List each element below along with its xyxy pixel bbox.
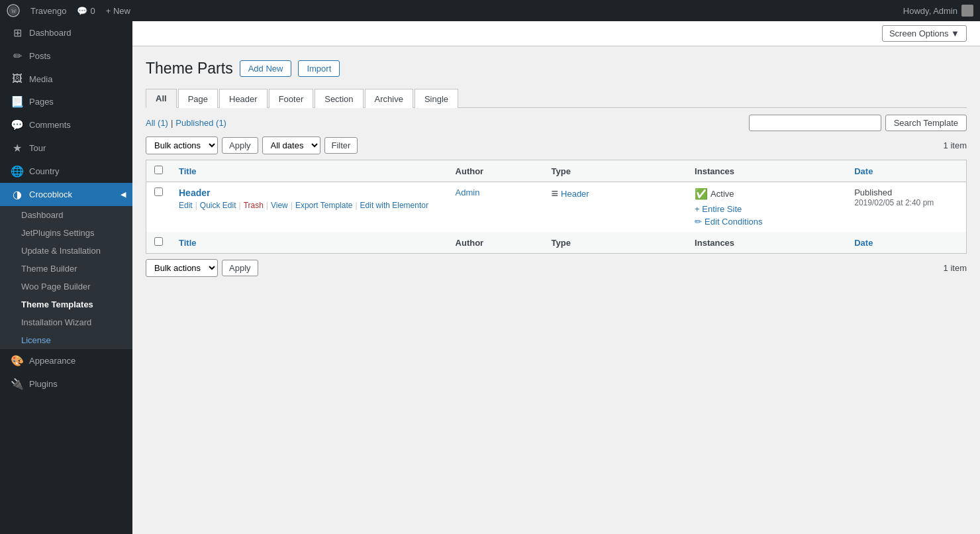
sidebar: ⊞ Dashboard ✏ Posts 🖼 Media 📃 Pages 💬 Co… [0, 21, 132, 534]
tab-header[interactable]: Header [219, 89, 268, 108]
tab-single[interactable]: Single [415, 89, 458, 108]
comment-icon: 💬 [77, 6, 87, 16]
col-cb-header [146, 160, 172, 182]
edit-with-elementor-link[interactable]: Edit with Elementor [360, 201, 428, 210]
item-count-bottom: 1 item [944, 263, 967, 273]
tab-footer[interactable]: Footer [269, 89, 314, 108]
filter-bar-left: All (1) | Published (1) [146, 118, 226, 128]
date-sort-link[interactable]: Date [854, 166, 873, 176]
tab-section[interactable]: Section [315, 89, 363, 108]
row-date-cell: Published 2019/02/05 at 2:40 pm [846, 182, 966, 233]
howdy-text[interactable]: Howdy, Admin [903, 5, 973, 17]
submenu-item-theme-templates[interactable]: Theme Templates [0, 295, 132, 313]
edit-link[interactable]: Edit [179, 201, 193, 210]
row-type-cell: ≡ Header [544, 182, 687, 233]
status-label: Active [710, 189, 734, 199]
tab-all[interactable]: All [146, 89, 177, 108]
date-status: Published [854, 187, 892, 197]
template-title-link[interactable]: Header [179, 187, 440, 198]
title-sort-link-footer[interactable]: Title [179, 238, 197, 248]
filter-button[interactable]: Filter [324, 137, 358, 154]
status-badge: ✅ Active [695, 187, 734, 200]
select-all-checkbox-bottom[interactable] [154, 237, 163, 246]
sidebar-item-crocoblock[interactable]: ◑ Crocoblock ◀ [0, 183, 132, 206]
sidebar-item-label: Country [29, 166, 60, 176]
sidebar-item-appearance[interactable]: 🎨 Appearance [0, 349, 132, 372]
sidebar-item-posts[interactable]: ✏ Posts [0, 44, 132, 68]
elementor-icon: ≡ [552, 187, 559, 199]
submenu-item-theme-builder[interactable]: Theme Builder [0, 260, 132, 278]
submenu-item-installation-wizard[interactable]: Installation Wizard [0, 313, 132, 331]
entire-site-link[interactable]: + Entire Site [695, 204, 838, 214]
new-link[interactable]: + New [106, 6, 130, 16]
col-date-header: Date [846, 160, 966, 182]
submenu-item-license[interactable]: License [0, 331, 132, 349]
filter-bar: All (1) | Published (1) Search Template [146, 115, 967, 131]
sidebar-item-plugins[interactable]: 🔌 Plugins [0, 372, 132, 396]
row-actions: Edit | Quick Edit | Trash | View | Expor… [179, 201, 440, 210]
tab-page[interactable]: Page [178, 89, 218, 108]
all-filter-link[interactable]: All (1) [146, 118, 168, 128]
export-template-link[interactable]: Export Template [295, 201, 353, 210]
search-template-button[interactable]: Search Template [885, 115, 967, 131]
sidebar-item-tour[interactable]: ★ Tour [0, 136, 132, 160]
avatar [961, 5, 973, 17]
sidebar-item-comments[interactable]: 💬 Comments [0, 113, 132, 136]
item-count-top: 1 item [944, 140, 967, 150]
templates-table: Title Author Type Instances Date [146, 160, 967, 254]
add-new-button[interactable]: Add New [240, 60, 292, 77]
type-tabs: All Page Header Footer Section Archive S… [146, 88, 967, 108]
sidebar-item-label: Pages [29, 97, 54, 107]
sidebar-item-media[interactable]: 🖼 Media [0, 68, 132, 90]
import-button[interactable]: Import [298, 60, 340, 77]
sidebar-item-label: Dashboard [29, 28, 72, 38]
plugins-icon: 🔌 [11, 378, 24, 390]
title-sort-link[interactable]: Title [179, 166, 197, 176]
comments-link[interactable]: 💬 0 [77, 6, 95, 16]
date-sort-link-footer[interactable]: Date [854, 238, 873, 248]
row-checkbox-cell [146, 182, 172, 233]
edit-conditions-link[interactable]: ✏ Edit Conditions [695, 217, 762, 227]
submenu-item-jetplugins[interactable]: JetPlugins Settings [0, 224, 132, 242]
bulk-actions-select-top[interactable]: Bulk actions [146, 136, 218, 154]
wp-logo: W [7, 4, 20, 17]
apply-button-top[interactable]: Apply [222, 137, 258, 154]
view-link[interactable]: View [271, 201, 288, 210]
row-author-cell: Admin [448, 182, 544, 233]
site-name[interactable]: Travengo [30, 6, 66, 16]
select-all-checkbox-top[interactable] [154, 166, 163, 174]
date-filter-select[interactable]: All dates [262, 136, 320, 154]
author-link[interactable]: Admin [456, 187, 480, 197]
crocoblock-icon: ◑ [11, 188, 24, 201]
col-author-footer: Author [448, 232, 544, 254]
posts-icon: ✏ [11, 50, 24, 62]
submenu-item-dashboard[interactable]: Dashboard [0, 206, 132, 224]
sidebar-item-pages[interactable]: 📃 Pages [0, 90, 132, 113]
quick-edit-link[interactable]: Quick Edit [200, 201, 236, 210]
published-filter-link[interactable]: Published (1) [175, 118, 226, 128]
sidebar-item-dashboard[interactable]: ⊞ Dashboard [0, 21, 132, 44]
media-icon: 🖼 [11, 73, 24, 85]
filter-bar-right: Search Template [749, 115, 967, 131]
comments-icon: 💬 [11, 119, 24, 131]
col-instances-footer: Instances [687, 232, 846, 254]
screen-options-button[interactable]: Screen Options ▼ [882, 25, 967, 42]
type-link[interactable]: Header [561, 189, 589, 199]
sidebar-item-label: Comments [29, 120, 71, 130]
country-icon: 🌐 [11, 165, 24, 178]
sidebar-item-country[interactable]: 🌐 Country [0, 160, 132, 183]
bulk-action-row-bottom: Bulk actions Apply 1 item [146, 259, 967, 277]
submenu-item-update[interactable]: Update & Installation [0, 242, 132, 260]
col-type-header: Type [544, 160, 687, 182]
submenu-item-woo-page[interactable]: Woo Page Builder [0, 278, 132, 295]
tab-archive[interactable]: Archive [365, 89, 413, 108]
table-row: Header Edit | Quick Edit | Trash | View … [146, 182, 967, 233]
row-checkbox[interactable] [154, 187, 163, 196]
trash-link[interactable]: Trash [244, 201, 264, 210]
apply-button-bottom[interactable]: Apply [222, 260, 258, 276]
bulk-actions-select-bottom[interactable]: Bulk actions [146, 259, 218, 277]
tour-icon: ★ [11, 142, 24, 154]
search-template-input[interactable] [749, 115, 881, 131]
col-title-header: Title [171, 160, 448, 182]
check-icon: ✅ [695, 187, 708, 200]
